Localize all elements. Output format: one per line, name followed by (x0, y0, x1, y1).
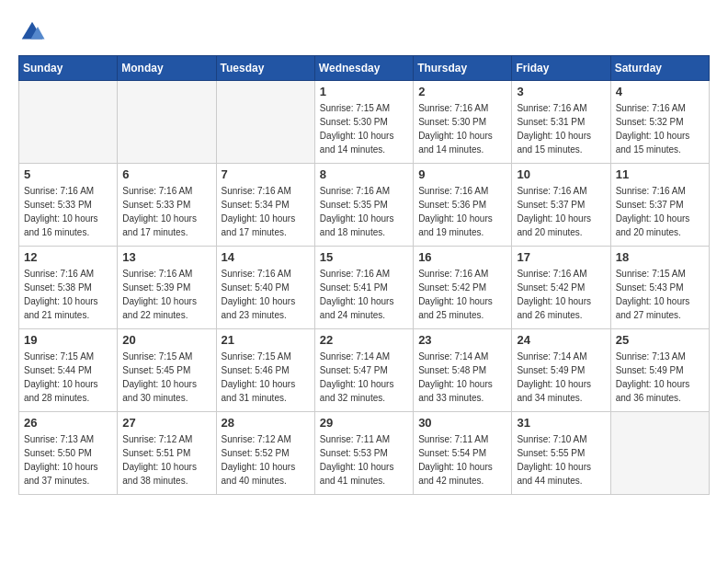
day-number: 18 (616, 250, 704, 264)
logo-icon (18, 18, 46, 46)
day-info: Sunrise: 7:14 AM Sunset: 5:48 PM Dayligh… (418, 350, 506, 405)
day-info: Sunrise: 7:11 AM Sunset: 5:54 PM Dayligh… (418, 432, 506, 488)
day-info: Sunrise: 7:16 AM Sunset: 5:42 PM Dayligh… (517, 267, 605, 322)
day-info: Sunrise: 7:14 AM Sunset: 5:49 PM Dayligh… (517, 350, 605, 405)
day-number: 5 (24, 167, 112, 181)
calendar-week-row: 26Sunrise: 7:13 AM Sunset: 5:50 PM Dayli… (19, 412, 710, 495)
day-info: Sunrise: 7:16 AM Sunset: 5:39 PM Dayligh… (122, 267, 210, 322)
day-number: 15 (320, 250, 408, 264)
day-number: 28 (222, 416, 310, 430)
calendar-cell: 28Sunrise: 7:12 AM Sunset: 5:52 PM Dayli… (216, 412, 314, 495)
calendar-cell (19, 81, 118, 164)
day-number: 21 (222, 333, 310, 347)
calendar-cell: 14Sunrise: 7:16 AM Sunset: 5:40 PM Dayli… (216, 247, 314, 329)
day-info: Sunrise: 7:16 AM Sunset: 5:36 PM Dayligh… (418, 184, 506, 239)
day-info: Sunrise: 7:16 AM Sunset: 5:38 PM Dayligh… (24, 267, 112, 322)
calendar-week-row: 5Sunrise: 7:16 AM Sunset: 5:33 PM Daylig… (19, 164, 710, 247)
calendar-cell: 1Sunrise: 7:15 AM Sunset: 5:30 PM Daylig… (314, 81, 413, 164)
calendar-cell: 25Sunrise: 7:13 AM Sunset: 5:49 PM Dayli… (610, 329, 709, 412)
calendar-cell: 11Sunrise: 7:16 AM Sunset: 5:37 PM Dayli… (610, 164, 709, 247)
day-info: Sunrise: 7:16 AM Sunset: 5:32 PM Dayligh… (616, 101, 704, 156)
weekday-header: Tuesday (216, 56, 314, 81)
calendar-cell: 29Sunrise: 7:11 AM Sunset: 5:53 PM Dayli… (314, 412, 413, 495)
calendar-cell: 21Sunrise: 7:15 AM Sunset: 5:46 PM Dayli… (216, 329, 314, 412)
calendar-cell (610, 412, 709, 495)
day-info: Sunrise: 7:16 AM Sunset: 5:31 PM Dayligh… (517, 101, 605, 156)
day-number: 24 (517, 333, 605, 347)
day-number: 7 (222, 167, 310, 181)
day-number: 13 (122, 250, 210, 264)
day-info: Sunrise: 7:15 AM Sunset: 5:43 PM Dayligh… (616, 267, 704, 322)
logo (18, 18, 50, 46)
day-number: 12 (24, 250, 112, 264)
day-info: Sunrise: 7:10 AM Sunset: 5:55 PM Dayligh… (517, 432, 605, 488)
day-info: Sunrise: 7:16 AM Sunset: 5:33 PM Dayligh… (24, 184, 112, 239)
calendar-cell (118, 81, 216, 164)
day-info: Sunrise: 7:15 AM Sunset: 5:30 PM Dayligh… (320, 101, 408, 156)
day-number: 27 (122, 416, 210, 430)
day-info: Sunrise: 7:16 AM Sunset: 5:40 PM Dayligh… (222, 267, 310, 322)
day-number: 19 (24, 333, 112, 347)
day-number: 14 (222, 250, 310, 264)
calendar-cell: 7Sunrise: 7:16 AM Sunset: 5:34 PM Daylig… (216, 164, 314, 247)
day-info: Sunrise: 7:12 AM Sunset: 5:52 PM Dayligh… (222, 432, 310, 488)
calendar-week-row: 1Sunrise: 7:15 AM Sunset: 5:30 PM Daylig… (19, 81, 710, 164)
day-info: Sunrise: 7:16 AM Sunset: 5:37 PM Dayligh… (616, 184, 704, 239)
day-info: Sunrise: 7:15 AM Sunset: 5:46 PM Dayligh… (222, 350, 310, 405)
day-number: 3 (517, 85, 605, 98)
calendar-week-row: 12Sunrise: 7:16 AM Sunset: 5:38 PM Dayli… (19, 247, 710, 329)
day-number: 17 (517, 250, 605, 264)
calendar-cell: 20Sunrise: 7:15 AM Sunset: 5:45 PM Dayli… (118, 329, 216, 412)
day-number: 1 (320, 85, 408, 98)
day-number: 4 (616, 85, 704, 98)
day-number: 8 (320, 167, 408, 181)
calendar-cell: 12Sunrise: 7:16 AM Sunset: 5:38 PM Dayli… (19, 247, 118, 329)
day-number: 20 (122, 333, 210, 347)
day-number: 25 (616, 333, 704, 347)
day-info: Sunrise: 7:12 AM Sunset: 5:51 PM Dayligh… (122, 432, 210, 488)
day-info: Sunrise: 7:16 AM Sunset: 5:33 PM Dayligh… (122, 184, 210, 239)
calendar-cell: 2Sunrise: 7:16 AM Sunset: 5:30 PM Daylig… (414, 81, 512, 164)
day-info: Sunrise: 7:16 AM Sunset: 5:34 PM Dayligh… (222, 184, 310, 239)
calendar-cell: 19Sunrise: 7:15 AM Sunset: 5:44 PM Dayli… (19, 329, 118, 412)
day-number: 22 (320, 333, 408, 347)
calendar-cell (216, 81, 314, 164)
day-number: 16 (418, 250, 506, 264)
day-number: 9 (418, 167, 506, 181)
calendar-cell: 17Sunrise: 7:16 AM Sunset: 5:42 PM Dayli… (512, 247, 610, 329)
weekday-header: Sunday (19, 56, 118, 81)
day-info: Sunrise: 7:16 AM Sunset: 5:37 PM Dayligh… (517, 184, 605, 239)
day-info: Sunrise: 7:13 AM Sunset: 5:49 PM Dayligh… (616, 350, 704, 405)
calendar-cell: 31Sunrise: 7:10 AM Sunset: 5:55 PM Dayli… (512, 412, 610, 495)
page-header (18, 18, 710, 46)
calendar-cell: 15Sunrise: 7:16 AM Sunset: 5:41 PM Dayli… (314, 247, 413, 329)
calendar-cell: 8Sunrise: 7:16 AM Sunset: 5:35 PM Daylig… (314, 164, 413, 247)
day-info: Sunrise: 7:16 AM Sunset: 5:41 PM Dayligh… (320, 267, 408, 322)
calendar-cell: 6Sunrise: 7:16 AM Sunset: 5:33 PM Daylig… (118, 164, 216, 247)
calendar-cell: 30Sunrise: 7:11 AM Sunset: 5:54 PM Dayli… (414, 412, 512, 495)
calendar-cell: 27Sunrise: 7:12 AM Sunset: 5:51 PM Dayli… (118, 412, 216, 495)
calendar-cell: 4Sunrise: 7:16 AM Sunset: 5:32 PM Daylig… (610, 81, 709, 164)
weekday-header: Thursday (414, 56, 512, 81)
calendar-cell: 26Sunrise: 7:13 AM Sunset: 5:50 PM Dayli… (19, 412, 118, 495)
weekday-header: Saturday (610, 56, 709, 81)
calendar-cell: 16Sunrise: 7:16 AM Sunset: 5:42 PM Dayli… (414, 247, 512, 329)
weekday-header: Wednesday (314, 56, 413, 81)
day-number: 10 (517, 167, 605, 181)
day-info: Sunrise: 7:11 AM Sunset: 5:53 PM Dayligh… (320, 432, 408, 488)
calendar-cell: 9Sunrise: 7:16 AM Sunset: 5:36 PM Daylig… (414, 164, 512, 247)
day-number: 29 (320, 416, 408, 430)
calendar-cell: 22Sunrise: 7:14 AM Sunset: 5:47 PM Dayli… (314, 329, 413, 412)
calendar-table: SundayMondayTuesdayWednesdayThursdayFrid… (18, 55, 710, 495)
day-info: Sunrise: 7:13 AM Sunset: 5:50 PM Dayligh… (24, 432, 112, 488)
day-info: Sunrise: 7:16 AM Sunset: 5:42 PM Dayligh… (418, 267, 506, 322)
weekday-header-row: SundayMondayTuesdayWednesdayThursdayFrid… (19, 56, 710, 81)
calendar-cell: 13Sunrise: 7:16 AM Sunset: 5:39 PM Dayli… (118, 247, 216, 329)
day-number: 6 (122, 167, 210, 181)
calendar-week-row: 19Sunrise: 7:15 AM Sunset: 5:44 PM Dayli… (19, 329, 710, 412)
calendar-cell: 3Sunrise: 7:16 AM Sunset: 5:31 PM Daylig… (512, 81, 610, 164)
calendar-cell: 24Sunrise: 7:14 AM Sunset: 5:49 PM Dayli… (512, 329, 610, 412)
day-info: Sunrise: 7:14 AM Sunset: 5:47 PM Dayligh… (320, 350, 408, 405)
day-info: Sunrise: 7:16 AM Sunset: 5:30 PM Dayligh… (418, 101, 506, 156)
day-number: 2 (418, 85, 506, 98)
